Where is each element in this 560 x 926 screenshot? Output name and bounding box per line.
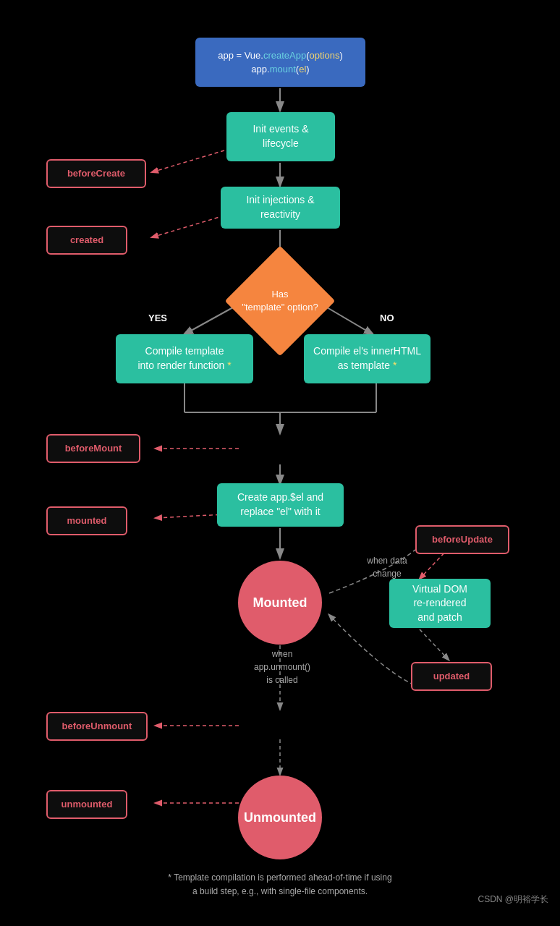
init-code-box: app = Vue.createApp(options) app.mount(e… <box>195 38 365 87</box>
updated-box: updated <box>411 662 492 691</box>
unmounted-hook-box: unmounted <box>46 790 127 819</box>
unmounted-circle-label: Unmounted <box>244 810 316 825</box>
compile-el-text: Compile el's innerHTMLas template * <box>313 344 421 373</box>
unmounted-circle: Unmounted <box>238 776 322 859</box>
init-injections-box: Init injections & reactivity <box>221 187 340 229</box>
init-injections-text: Init injections & reactivity <box>229 193 331 221</box>
init-events-text: Init events & lifecycle <box>235 122 326 150</box>
compile-template-box: Compile templateinto render function * <box>116 334 253 383</box>
virtual-dom-text: Virtual DOMre-renderedand patch <box>412 582 467 625</box>
svg-line-3 <box>152 216 224 237</box>
footer-note: * Template compilation is performed ahea… <box>0 871 560 899</box>
mounted-circle-label: Mounted <box>253 595 307 611</box>
lifecycle-diagram: app = Vue.createApp(options) app.mount(e… <box>0 0 560 912</box>
compile-template-text: Compile templateinto render function * <box>137 344 231 373</box>
svg-line-16 <box>420 629 449 660</box>
before-mount-box: beforeMount <box>46 434 140 463</box>
before-create-box: beforeCreate <box>46 159 146 188</box>
has-template-label: Has"template" option? <box>241 262 319 340</box>
before-update-label: beforeUpdate <box>432 533 493 546</box>
svg-line-1 <box>152 150 224 172</box>
create-appel-text: Create app.$el andreplace "el" with it <box>237 490 323 519</box>
watermark: CSDN @明裕学长 <box>478 893 548 906</box>
virtual-dom-box: Virtual DOMre-renderedand patch <box>389 579 491 628</box>
init-code-text: app = Vue.createApp(options) app.mount(e… <box>218 48 343 77</box>
when-data-change-label: when datachange <box>355 554 420 580</box>
when-unmount-label: whenapp.unmount()is called <box>239 647 326 687</box>
created-label: created <box>70 234 103 247</box>
compile-el-box: Compile el's innerHTMLas template * <box>304 334 430 383</box>
before-mount-label: beforeMount <box>65 442 122 455</box>
updated-label: updated <box>433 670 470 683</box>
mounted-circle: Mounted <box>238 561 322 645</box>
before-unmount-box: beforeUnmount <box>46 712 148 741</box>
before-update-box: beforeUpdate <box>415 525 509 554</box>
no-label: NO <box>380 313 394 323</box>
create-appel-box: Create app.$el andreplace "el" with it <box>217 483 344 527</box>
init-events-box: Init events & lifecycle <box>226 112 335 161</box>
mounted-hook-label: mounted <box>67 514 107 527</box>
mounted-hook-box: mounted <box>46 506 127 535</box>
before-create-label: beforeCreate <box>67 167 125 180</box>
created-box: created <box>46 226 127 255</box>
unmounted-hook-label: unmounted <box>61 798 113 811</box>
yes-label: YES <box>148 313 167 323</box>
before-unmount-label: beforeUnmount <box>62 720 132 733</box>
